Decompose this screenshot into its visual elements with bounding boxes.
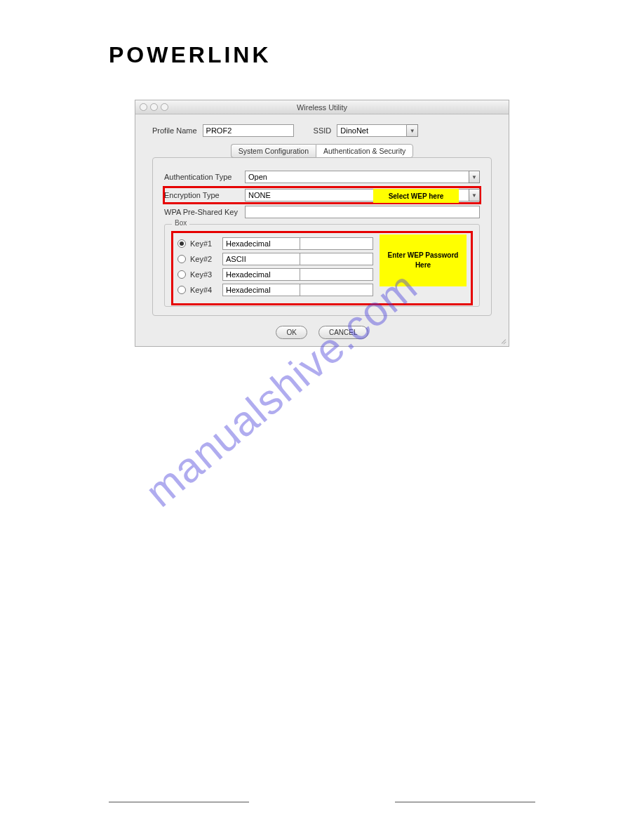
key3-radio[interactable] [177, 270, 186, 279]
key3-format-select[interactable]: ▼ [222, 268, 295, 281]
wpa-row: WPA Pre-Shared Key [164, 206, 480, 218]
key2-radio[interactable] [177, 255, 186, 263]
dialog-buttons: OK CANCEL [152, 326, 492, 339]
ok-button[interactable]: OK [276, 326, 307, 339]
tab-authentication-security[interactable]: Authentication & Security [316, 144, 413, 158]
key3-input[interactable] [300, 268, 373, 281]
ssid-label: SSID [314, 126, 332, 135]
chevron-down-icon[interactable]: ▼ [469, 171, 480, 183]
key2-format-select[interactable]: ▼ [222, 253, 295, 265]
brand-logo: POWERLINK [109, 42, 535, 68]
auth-type-value[interactable] [245, 171, 469, 183]
footer-rule-right [395, 802, 535, 802]
chevron-down-icon[interactable]: ▼ [469, 189, 480, 201]
profile-name-label: Profile Name [152, 126, 197, 135]
key1-input[interactable] [300, 237, 373, 250]
chevron-down-icon[interactable]: ▼ [407, 124, 418, 137]
key2-input[interactable] [300, 253, 373, 265]
key2-label: Key#2 [190, 255, 218, 263]
profile-name-input[interactable] [203, 124, 294, 137]
footer-rule-left [109, 802, 249, 802]
auth-type-select[interactable]: ▼ [245, 171, 480, 183]
encryption-type-select[interactable]: ▼ Select WEP here [245, 189, 480, 201]
window-titlebar: Wireless Utility [135, 100, 509, 114]
window-title: Wireless Utility [135, 103, 509, 112]
key-box-fieldset: Box Enter WEP Password Here Key#1 ▼ [164, 224, 480, 307]
profile-row: Profile Name SSID ▼ [152, 124, 492, 137]
resize-grip-icon[interactable] [499, 336, 507, 345]
encryption-type-label: Encryption Type [164, 191, 245, 199]
wpa-psk-input[interactable] [245, 206, 480, 218]
cancel-button[interactable]: CANCEL [318, 326, 368, 339]
key1-label: Key#1 [190, 239, 218, 248]
wpa-psk-label: WPA Pre-Shared Key [164, 208, 245, 216]
encryption-row: Encryption Type ▼ Select WEP here [164, 187, 480, 203]
annotation-enter-wep: Enter WEP Password Here [380, 234, 467, 286]
auth-panel: Authentication Type ▼ Encryption Type ▼ … [152, 157, 492, 316]
auth-type-label: Authentication Type [164, 173, 245, 181]
ssid-input[interactable] [337, 124, 407, 137]
document-page: POWERLINK Wireless Utility Profile Name … [0, 0, 644, 834]
ssid-combo[interactable]: ▼ [337, 124, 418, 137]
keys-annotation-box: Enter WEP Password Here Key#1 ▼ [175, 234, 469, 302]
box-legend: Box [172, 219, 189, 227]
tab-bar: System Configuration Authentication & Se… [152, 144, 492, 158]
key4-format-select[interactable]: ▼ [222, 284, 295, 296]
key4-label: Key#4 [190, 286, 218, 294]
annotation-select-wep: Select WEP here [373, 189, 459, 203]
key1-radio[interactable] [177, 239, 186, 248]
key1-format-select[interactable]: ▼ [222, 237, 295, 250]
window-body: Profile Name SSID ▼ System Configuration… [135, 114, 509, 346]
key4-radio[interactable] [177, 286, 186, 294]
footer-rules [109, 802, 535, 802]
key4-input[interactable] [300, 284, 373, 296]
app-window: Wireless Utility Profile Name SSID ▼ Sys… [135, 100, 509, 347]
auth-type-row: Authentication Type ▼ [164, 171, 480, 183]
tab-system-configuration[interactable]: System Configuration [231, 144, 316, 158]
key3-label: Key#3 [190, 270, 218, 279]
